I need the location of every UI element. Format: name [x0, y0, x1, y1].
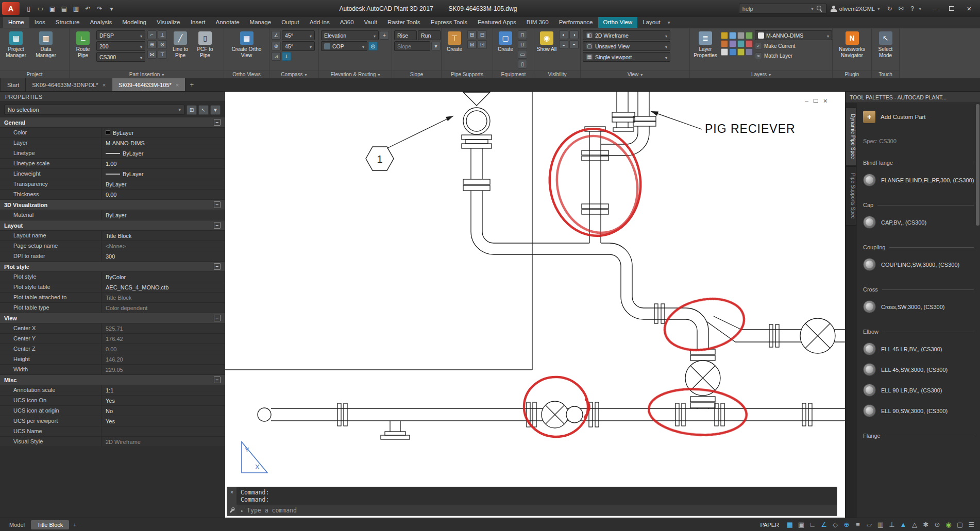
- tab-structure[interactable]: Structure: [50, 17, 85, 28]
- part-insertion-tool-icon[interactable]: ⋈: [147, 50, 157, 59]
- compass-angle-combo[interactable]: 45°: [282, 30, 315, 40]
- autoscale-icon[interactable]: △: [909, 519, 920, 530]
- property-value[interactable]: ByLayer: [101, 210, 225, 220]
- routing-angle-icon[interactable]: ⊿: [272, 52, 281, 61]
- qat-open-icon[interactable]: ▭: [35, 3, 46, 14]
- workspace-gear-icon[interactable]: ✱: [920, 519, 932, 530]
- current-layer-combo[interactable]: M-ANNO-DIMS: [755, 30, 832, 40]
- data-manager-button[interactable]: Data Manager: [32, 30, 60, 58]
- tab-modeling[interactable]: Modeling: [117, 17, 151, 28]
- annotation-visibility-icon[interactable]: ▲: [898, 519, 909, 530]
- signin-user[interactable]: olivem2XGML: [827, 6, 883, 12]
- palette-item[interactable]: CAP,BV,, (CS300): [863, 216, 974, 229]
- command-customize-icon[interactable]: [229, 507, 235, 513]
- chevron-down-icon[interactable]: [827, 32, 829, 39]
- run-field[interactable]: Run: [418, 30, 441, 40]
- property-value[interactable]: 525.71: [101, 323, 225, 333]
- property-value[interactable]: No: [101, 406, 225, 416]
- part-insertion-tool-icon[interactable]: ⊕: [147, 40, 157, 49]
- tab-isos[interactable]: Isos: [29, 17, 50, 28]
- panel-expand-icon[interactable]: [162, 72, 164, 77]
- layer-tool-icon[interactable]: [746, 32, 753, 39]
- compass-display-icon[interactable]: ⊥: [282, 52, 291, 61]
- lineweight-icon[interactable]: ≡: [852, 519, 864, 530]
- polar-tracking-icon[interactable]: ∠: [818, 519, 830, 530]
- pcf-to-pipe-button[interactable]: PCF to Pipe: [194, 30, 216, 58]
- viewport-close-icon[interactable]: [823, 97, 827, 105]
- layer-tool-icon[interactable]: [721, 48, 728, 56]
- property-value[interactable]: ByColor: [101, 272, 225, 282]
- slope-options-icon[interactable]: ▾: [431, 42, 441, 50]
- paper-model-toggle[interactable]: PAPER: [755, 522, 784, 528]
- command-close-icon[interactable]: [230, 489, 233, 495]
- tab-featured-apps[interactable]: Featured Apps: [472, 17, 521, 28]
- pick-elevation-icon[interactable]: +: [380, 31, 389, 40]
- tool-palettes-title[interactable]: TOOL PALETTES - AUTOCAD PLANT...: [846, 92, 980, 103]
- palette-item[interactable]: ELL 45 LR,BV,, (CS300): [863, 342, 974, 355]
- cop-toggle-icon[interactable]: ◎: [368, 42, 378, 50]
- visibility-tool-icon[interactable]: ◓: [569, 40, 579, 49]
- property-value[interactable]: Title Block: [101, 231, 225, 241]
- pipe-spec-combo[interactable]: CS300: [96, 52, 145, 62]
- pipe-supports-tool-icon[interactable]: ⊟: [478, 30, 487, 39]
- layer-tool-icon[interactable]: [737, 32, 745, 39]
- chevron-down-icon[interactable]: [665, 32, 667, 39]
- panel-title-equipment[interactable]: Equipment: [493, 70, 534, 78]
- file-tab-105[interactable]: SK09-464633M-105*: [112, 78, 185, 91]
- route-pipe-button[interactable]: Route Pipe: [72, 30, 94, 58]
- pipe-supports-tool-icon[interactable]: ⊡: [478, 40, 487, 49]
- collapse-icon[interactable]: [214, 201, 221, 208]
- viewport-combo[interactable]: ▦Single viewport: [583, 52, 670, 62]
- layer-tool-icon[interactable]: [721, 32, 728, 39]
- property-value[interactable]: 300: [101, 251, 225, 261]
- select-mode-button[interactable]: Select Mode: [875, 30, 896, 58]
- line-to-pipe-button[interactable]: Line to Pipe: [169, 30, 192, 58]
- visibility-tool-icon[interactable]: ◐: [559, 30, 568, 39]
- tab-raster-tools[interactable]: Raster Tools: [382, 17, 426, 28]
- property-value[interactable]: 1.00: [101, 159, 225, 168]
- slope-field[interactable]: Slope: [394, 41, 430, 51]
- palette-item[interactable]: ELL 90,SW,3000, (CS300): [863, 404, 974, 417]
- match-layer-button[interactable]: ≈Match Layer: [755, 52, 832, 60]
- property-value[interactable]: 0.00: [101, 190, 225, 199]
- create-ortho-view-button[interactable]: Create Ortho View: [231, 30, 262, 58]
- show-all-button[interactable]: Show All: [536, 30, 557, 53]
- layer-tool-icon[interactable]: [729, 40, 736, 47]
- minimize-button[interactable]: [925, 2, 943, 15]
- property-value[interactable]: ByLayer: [101, 148, 225, 158]
- selection-cycling-icon[interactable]: ▥: [875, 519, 886, 530]
- new-drawing-tab-button[interactable]: [185, 78, 198, 91]
- panel-title-layers[interactable]: Layers: [690, 70, 832, 78]
- qat-redo-icon[interactable]: ↷: [94, 3, 106, 14]
- chevron-down-icon[interactable]: [140, 32, 142, 39]
- property-value[interactable]: 2D Wireframe: [101, 437, 225, 447]
- palette-item[interactable]: COUPLING,SW,3000, (CS300): [863, 258, 974, 271]
- panel-expand-icon[interactable]: [378, 72, 380, 77]
- palette-tab-dynamic-pipe-spec[interactable]: Dynamic Pipe Spec: [846, 107, 856, 165]
- property-value[interactable]: Color dependent: [101, 303, 225, 313]
- palette-item[interactable]: ELL 45,SW,3000, (CS300): [863, 363, 974, 376]
- pick-add-toggle-icon[interactable]: ▼: [210, 105, 221, 115]
- project-manager-button[interactable]: Project Manager: [2, 30, 30, 58]
- osnap-icon[interactable]: ⊕: [841, 519, 852, 530]
- notifications-icon[interactable]: ✉: [895, 5, 906, 12]
- part-insertion-tool-icon[interactable]: ⊗: [158, 40, 167, 49]
- property-value[interactable]: Title Block: [101, 293, 225, 302]
- viewport-minimize-icon[interactable]: [805, 97, 808, 105]
- part-insertion-tool-icon[interactable]: ⊥: [158, 30, 167, 39]
- graphics-performance-icon[interactable]: ◉: [943, 519, 954, 530]
- property-value[interactable]: 229.05: [101, 365, 225, 374]
- qat-saveas-icon[interactable]: ▤: [58, 3, 70, 14]
- chevron-down-icon[interactable]: [140, 43, 142, 49]
- viewport-restore-icon[interactable]: [814, 99, 818, 103]
- visibility-tool-icon[interactable]: ◑: [569, 30, 579, 39]
- select-objects-icon[interactable]: ↖: [198, 105, 209, 115]
- layer-tool-icon[interactable]: [746, 40, 753, 47]
- isodraft-icon[interactable]: ◇: [830, 519, 841, 530]
- qat-undo-icon[interactable]: ↶: [82, 3, 94, 14]
- layer-tool-icon[interactable]: [729, 48, 736, 56]
- compass-increment-combo[interactable]: 45°: [282, 41, 315, 51]
- tab-a360[interactable]: A360: [335, 17, 359, 28]
- quick-select-icon[interactable]: ⊞: [187, 105, 197, 115]
- equipment-tool-icon[interactable]: ⊓: [518, 30, 527, 39]
